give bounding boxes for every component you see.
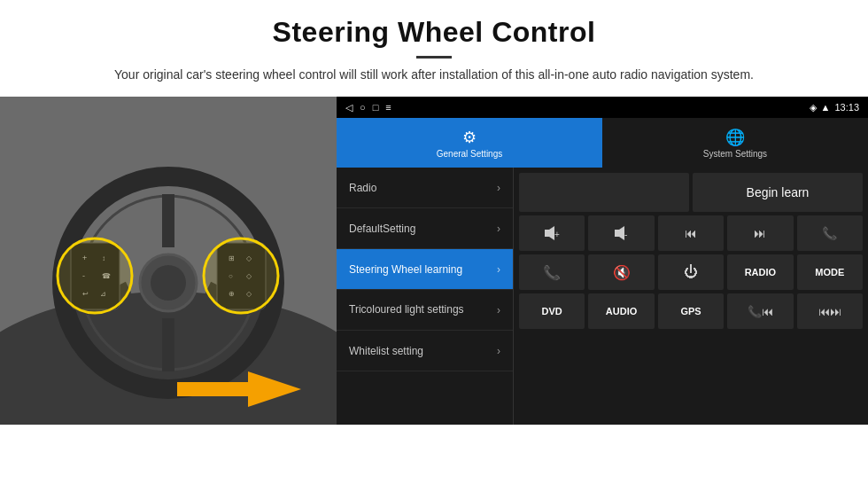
svg-marker-30 bbox=[615, 226, 624, 240]
radio-label-button[interactable]: RADIO bbox=[727, 254, 793, 290]
menu-item-tricoloured-label: Tricoloured light settings bbox=[349, 303, 464, 316]
gps-label-button[interactable]: GPS bbox=[658, 293, 724, 329]
title-divider bbox=[416, 56, 452, 59]
phone-prev-button[interactable]: 📞⏮ bbox=[727, 293, 793, 329]
android-ui: ◁ ○ □ ≡ ◈ ▲ 13:13 ⚙ General Settings 🌐 S… bbox=[337, 97, 868, 425]
svg-text:-: - bbox=[624, 230, 627, 239]
begin-learn-button[interactable]: Begin learn bbox=[693, 173, 863, 212]
svg-point-25 bbox=[204, 238, 278, 313]
back-icon[interactable]: ◁ bbox=[345, 102, 353, 113]
power-button[interactable]: ⏻ bbox=[658, 254, 724, 290]
svg-point-24 bbox=[58, 238, 132, 313]
menu-item-whitelist[interactable]: Whitelist setting › bbox=[337, 331, 513, 371]
menu-item-steering-label: Steering Wheel learning bbox=[349, 263, 462, 276]
tab-system-settings[interactable]: 🌐 System Settings bbox=[602, 118, 868, 168]
general-settings-label: General Settings bbox=[437, 149, 503, 159]
phone-button[interactable]: 📞 bbox=[797, 215, 863, 251]
tab-general-settings[interactable]: ⚙ General Settings bbox=[337, 118, 602, 168]
chevron-icon-5: › bbox=[497, 345, 500, 357]
control-grid-row1: + - ⏮ ⏭ 📞 bbox=[519, 215, 863, 251]
mode-label-button[interactable]: MODE bbox=[797, 254, 863, 290]
page-header: Steering Wheel Control Your original car… bbox=[0, 0, 868, 93]
svg-text:+: + bbox=[554, 230, 560, 239]
nav-buttons: ◁ ○ □ ≡ bbox=[345, 102, 391, 113]
chevron-icon-3: › bbox=[497, 263, 500, 276]
menu-item-default-setting[interactable]: DefaultSetting › bbox=[337, 208, 513, 249]
chevron-icon: › bbox=[497, 182, 500, 194]
control-grid-row2: 📞 🔇 ⏻ RADIO MODE bbox=[519, 254, 863, 290]
blank-box bbox=[519, 173, 689, 212]
phone-answer-button[interactable]: 📞 bbox=[519, 254, 585, 290]
home-icon[interactable]: ○ bbox=[360, 102, 366, 113]
mute-button[interactable]: 🔇 bbox=[588, 254, 654, 290]
svg-marker-28 bbox=[545, 226, 554, 240]
menu-icon[interactable]: ≡ bbox=[385, 102, 391, 113]
svg-rect-27 bbox=[177, 382, 252, 396]
skip-button[interactable]: ⏮⏭ bbox=[797, 293, 863, 329]
control-grid-row3: DVD AUDIO GPS 📞⏮ ⏮⏭ bbox=[519, 293, 863, 329]
recents-icon[interactable]: □ bbox=[373, 102, 379, 113]
vol-up-button[interactable]: + bbox=[519, 215, 585, 251]
begin-learn-row: Begin learn bbox=[519, 173, 863, 212]
menu-item-whitelist-label: Whitelist setting bbox=[349, 345, 423, 357]
menu-item-tricoloured[interactable]: Tricoloured light settings › bbox=[337, 290, 513, 331]
tab-bar: ⚙ General Settings 🌐 System Settings bbox=[337, 118, 868, 168]
menu-control-area: Radio › DefaultSetting › Steering Wheel … bbox=[337, 168, 868, 425]
begin-learn-label: Begin learn bbox=[747, 185, 810, 199]
chevron-icon-4: › bbox=[497, 304, 500, 316]
menu-item-radio[interactable]: Radio › bbox=[337, 168, 513, 208]
chevron-icon-2: › bbox=[497, 223, 500, 235]
system-settings-label: System Settings bbox=[703, 149, 767, 159]
menu-list: Radio › DefaultSetting › Steering Wheel … bbox=[337, 168, 514, 425]
vol-down-button[interactable]: - bbox=[588, 215, 654, 251]
next-track-button[interactable]: ⏭ bbox=[727, 215, 793, 251]
system-settings-icon: 🌐 bbox=[725, 128, 745, 147]
status-bar: ◁ ○ □ ≡ ◈ ▲ 13:13 bbox=[337, 97, 868, 118]
car-image-area: + ↕ - ☎ ↩ ⊿ ⊞ ◇ ○ ◇ ⊕ ◇ bbox=[0, 97, 337, 425]
page-title: Steering Wheel Control bbox=[53, 16, 815, 49]
menu-item-default-label: DefaultSetting bbox=[349, 223, 415, 235]
general-settings-icon: ⚙ bbox=[462, 128, 477, 147]
audio-label-button[interactable]: AUDIO bbox=[588, 293, 654, 329]
status-right-icons: ◈ ▲ 13:13 bbox=[810, 102, 859, 113]
menu-item-steering-wheel[interactable]: Steering Wheel learning › bbox=[337, 249, 513, 290]
svg-point-9 bbox=[151, 265, 186, 301]
main-content: + ↕ - ☎ ↩ ⊿ ⊞ ◇ ○ ◇ ⊕ ◇ bbox=[0, 97, 868, 425]
prev-track-button[interactable]: ⏮ bbox=[658, 215, 724, 251]
page-subtitle: Your original car's steering wheel contr… bbox=[53, 66, 815, 84]
location-icon: ◈ bbox=[810, 102, 817, 113]
dvd-label-button[interactable]: DVD bbox=[519, 293, 585, 329]
menu-item-radio-label: Radio bbox=[349, 182, 376, 194]
time-display: 13:13 bbox=[834, 102, 859, 113]
control-panel: Begin learn + - ⏮ ⏭ 📞 📞 bbox=[514, 168, 868, 425]
signal-icon: ▲ bbox=[821, 102, 831, 113]
